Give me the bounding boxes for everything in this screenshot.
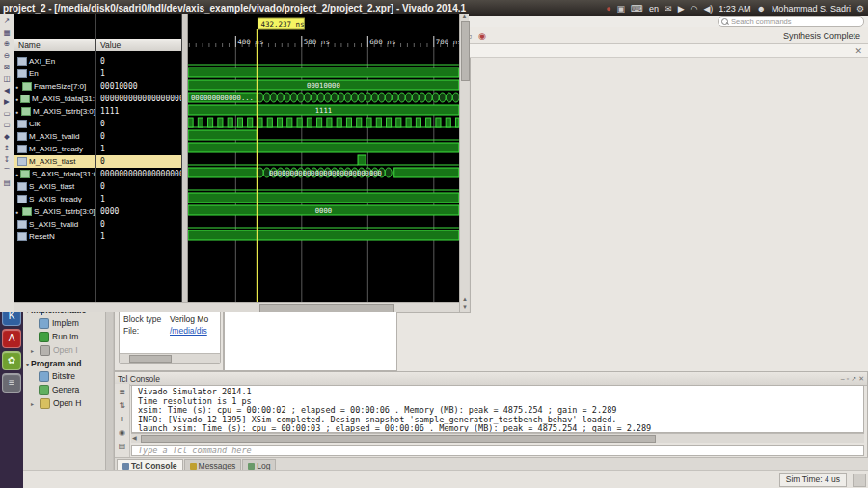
wave-hscrollbar[interactable] (14, 302, 459, 312)
flow-status: Synthesis Complete (783, 31, 860, 41)
wave-name-header[interactable]: Name (14, 39, 95, 51)
wave-signal-name[interactable]: ●FrameSize[7:0] (14, 80, 95, 93)
wave-signal-name[interactable]: En (14, 68, 95, 80)
hidden-app-icon[interactable]: ≡ (2, 373, 21, 393)
tcl-command-input[interactable]: Type a Tcl command here (131, 445, 864, 456)
wave-signal-name[interactable]: ●S_AXIS_tstrb[3:0] (14, 205, 95, 218)
property-value[interactable]: /media/dis (170, 326, 207, 336)
svg-text:400 ns: 400 ns (237, 38, 263, 46)
wifi-icon[interactable]: ◠ (691, 4, 698, 14)
tcl-output[interactable]: Vivado Simulator 2014.1Time resolution i… (131, 385, 864, 433)
session-gear-icon[interactable]: ⚙ (856, 4, 864, 14)
maximize-icon[interactable]: ▫ (847, 375, 849, 383)
wave-signal-value[interactable]: 1 (96, 68, 181, 80)
flow-item[interactable]: Implem (23, 316, 113, 330)
wave-signal-name[interactable]: ResetN (14, 230, 95, 243)
wave-signal-name[interactable]: M_AXIS_tlast (14, 155, 95, 168)
minimize-icon[interactable]: – (841, 375, 845, 383)
flow-item[interactable]: ▸Open H (23, 396, 113, 410)
wave-go-start-icon[interactable]: ◆ (2, 131, 13, 142)
wave-signal-value[interactable]: 00000000000000000000000000000000 (96, 168, 181, 180)
wave-edge-down-icon[interactable]: ↧ (2, 154, 13, 165)
user-name[interactable]: Mohammad S. Sadri (772, 4, 851, 14)
close-icon[interactable]: ✕ (858, 375, 864, 383)
banner-close-icon[interactable]: ✕ (854, 46, 862, 56)
tcl-watch-icon[interactable]: ◉ (117, 427, 127, 438)
bus-expander-icon[interactable]: ● (15, 209, 20, 215)
bus-expander-icon[interactable]: ● (15, 172, 18, 177)
bus-signal-icon (22, 82, 32, 91)
language-indicator[interactable]: en (649, 4, 659, 14)
wave-signal-value[interactable]: 1 (96, 143, 181, 155)
wave-signal-name[interactable]: S_AXIS_tlast (14, 180, 95, 193)
wave-signal-value[interactable]: 00010000 (96, 80, 181, 93)
volume-icon[interactable]: ◀) (703, 4, 713, 14)
wave-signal-name[interactable]: AXI_En (14, 55, 95, 68)
bus-expander-icon[interactable]: ● (15, 84, 20, 90)
wave-signal-name[interactable]: ●M_AXIS_tdata[31:0] (14, 93, 95, 105)
wave-signal-value[interactable]: 0 (96, 180, 181, 193)
wave-zoom-cursor-icon[interactable]: ◫ (2, 73, 13, 84)
flow-item[interactable]: Run Im (23, 330, 113, 343)
help-icon[interactable]: ◉ (476, 29, 489, 41)
wave-signal-name[interactable]: S_AXIS_tvalid (14, 218, 95, 230)
wave-signal-value[interactable]: 00000000000000000000000000000000 (96, 93, 181, 105)
wave-measure-icon[interactable]: ⌒ (2, 166, 13, 176)
wave-undock-icon[interactable]: ↗ (2, 15, 13, 26)
wave-signal-value[interactable]: 0 (96, 130, 181, 143)
wave-signal-value[interactable]: 0 (96, 55, 181, 68)
wave-grid-icon[interactable]: ▤ (2, 177, 13, 188)
wave-signal-name[interactable]: M_AXIS_tready (14, 143, 95, 155)
float-icon[interactable]: ↗ (851, 375, 856, 383)
media-player-icon[interactable]: ▶ (678, 4, 685, 14)
bus-expander-icon[interactable]: ● (15, 109, 19, 115)
notification-dot-icon[interactable]: ● (606, 4, 610, 14)
wave-zoom-fit-icon[interactable]: ⊠ (2, 62, 13, 72)
flow-item[interactable]: ▸Open I (23, 343, 113, 357)
workspace-icon[interactable]: ▣ (617, 4, 626, 14)
wave-signal-name[interactable]: ●M_AXIS_tstrb[3:0] (14, 105, 95, 118)
tcl-scroll-icon[interactable]: ≣ (117, 387, 127, 397)
expander-icon[interactable]: ▸ (31, 400, 37, 407)
signal-name: S_AXIS_tdata[31:0] (32, 170, 95, 178)
keyboard-icon[interactable]: ⌨ (631, 4, 643, 14)
search-input[interactable]: Search commands (718, 16, 864, 27)
flow-section[interactable]: ▾Program and (23, 357, 113, 369)
wave-vscrollbar[interactable]: ▲ ▲ ▼ (459, 14, 469, 312)
wave-signal-name[interactable]: M_AXIS_tvalid (14, 130, 95, 143)
wave-signal-name[interactable]: Clk (14, 118, 95, 130)
wave-signal-value[interactable]: 0 (96, 118, 181, 130)
wave-signal-name[interactable]: S_AXIS_tready (14, 193, 95, 205)
wave-prev-transition-icon[interactable]: ◀ (2, 85, 13, 95)
tcl-hscrollbar[interactable]: ◀ (131, 433, 864, 443)
tcl-copy-icon[interactable]: ▤ (117, 441, 127, 451)
tcl-updown-icon[interactable]: ⇅ (117, 400, 127, 411)
wave-value-header[interactable]: Value (96, 39, 181, 51)
wave-signal-value[interactable]: 0 (96, 218, 181, 230)
green-app-icon[interactable]: ✿ (2, 351, 21, 370)
wave-signal-value[interactable]: 0 (96, 155, 181, 168)
mail-icon[interactable]: ✉ (665, 4, 672, 14)
wave-edge-up-icon[interactable]: ↥ (2, 143, 13, 153)
wave-next-transition-icon[interactable]: ▶ (2, 96, 13, 107)
scalar-signal-icon (17, 195, 27, 203)
wave-signal-value[interactable]: 1 (96, 193, 181, 205)
wave-signal-name[interactable]: ●S_AXIS_tdata[31:0] (14, 168, 95, 180)
simprops-hscrollbar[interactable] (120, 353, 220, 363)
wave-zoom-in-icon[interactable]: ⊕ (2, 39, 13, 49)
bus-expander-icon[interactable]: ● (15, 96, 18, 102)
flow-item[interactable]: Bitstre (23, 369, 113, 383)
flow-item[interactable]: Genera (23, 383, 113, 396)
expander-icon[interactable]: ▸ (31, 347, 37, 354)
wave-save-icon[interactable]: ▦ (2, 27, 13, 38)
tcl-pause-icon[interactable]: ‖ (117, 414, 127, 424)
wave-signal-value[interactable]: 1111 (96, 105, 181, 118)
waveform-canvas[interactable]: 400 ns500 ns600 ns700 ns0001000000000000… (188, 14, 459, 302)
wave-zoom-out-icon[interactable]: ⊖ (2, 50, 13, 61)
acrobat-reader-icon[interactable]: A (2, 329, 21, 348)
wave-add-marker-icon[interactable]: ▭ (2, 108, 13, 119)
wave-signal-value[interactable]: 1 (96, 230, 181, 243)
resize-grip[interactable] (853, 474, 866, 487)
wave-signal-value[interactable]: 0000 (96, 205, 181, 218)
wave-swap-icon[interactable]: ▭ (2, 120, 13, 130)
